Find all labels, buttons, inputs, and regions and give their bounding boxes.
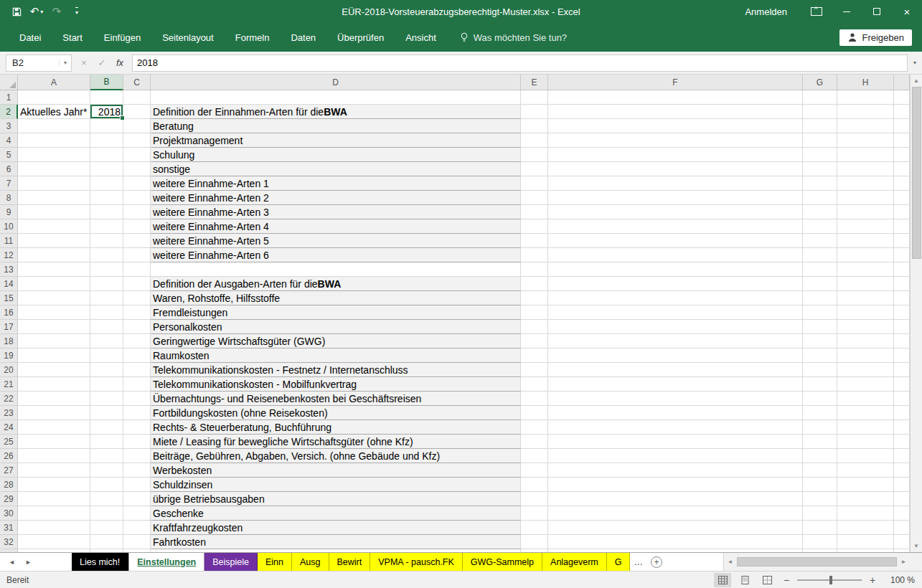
cell-f30[interactable] xyxy=(548,506,803,521)
cell-b12[interactable] xyxy=(90,248,123,262)
row-header-12[interactable]: 12 xyxy=(0,248,18,262)
cell-partial-11[interactable] xyxy=(894,234,910,248)
row-header-20[interactable]: 20 xyxy=(0,363,18,377)
cell-partial-29[interactable] xyxy=(894,492,910,506)
cell-b3[interactable] xyxy=(90,119,123,133)
cell-e30[interactable] xyxy=(521,506,548,521)
ribbon-tab-formeln[interactable]: Formeln xyxy=(225,23,281,52)
cell-c7[interactable] xyxy=(123,176,151,191)
cell-c20[interactable] xyxy=(123,363,151,377)
cell-a22[interactable] xyxy=(18,392,90,406)
cell-b5[interactable] xyxy=(90,148,123,162)
cell-a10[interactable] xyxy=(18,219,90,234)
cell-f13[interactable] xyxy=(548,262,803,277)
cell-partial-17[interactable] xyxy=(894,320,910,334)
cell-g19[interactable] xyxy=(803,348,837,363)
cell-f23[interactable] xyxy=(548,406,803,420)
cell-c23[interactable] xyxy=(123,406,151,420)
sheet-tab-beispiele[interactable]: Beispiele xyxy=(204,553,258,571)
cell-f15[interactable] xyxy=(548,291,803,305)
cell-e28[interactable] xyxy=(521,478,548,492)
cell-e11[interactable] xyxy=(521,234,548,248)
ribbon-tab-daten[interactable]: Daten xyxy=(280,23,326,52)
cell-g22[interactable] xyxy=(803,392,837,406)
cell-g17[interactable] xyxy=(803,320,837,334)
cell-a20[interactable] xyxy=(18,363,90,377)
row-header-1[interactable]: 1 xyxy=(0,90,18,105)
cell-b20[interactable] xyxy=(90,363,123,377)
cell-b8[interactable] xyxy=(90,191,123,205)
cell-h31[interactable] xyxy=(837,521,894,535)
row-header-18[interactable]: 18 xyxy=(0,334,18,348)
row-header-27[interactable]: 27 xyxy=(0,463,18,478)
sheet-tab-lies-mich[interactable]: Lies mich! xyxy=(72,553,128,571)
cell-e17[interactable] xyxy=(521,320,548,334)
cell-h24[interactable] xyxy=(837,420,894,435)
cell-a29[interactable] xyxy=(18,492,90,506)
cell-partial-18[interactable] xyxy=(894,334,910,348)
cell-h12[interactable] xyxy=(837,248,894,262)
save-button[interactable] xyxy=(7,2,26,21)
cell-b24[interactable] xyxy=(90,420,123,435)
cell-b19[interactable] xyxy=(90,348,123,363)
cell-f7[interactable] xyxy=(548,176,803,191)
cell-g7[interactable] xyxy=(803,176,837,191)
cell-partial-31[interactable] xyxy=(894,521,910,535)
cell-c22[interactable] xyxy=(123,392,151,406)
cell-d30[interactable]: Geschenke xyxy=(151,506,521,521)
cell-e23[interactable] xyxy=(521,406,548,420)
cell-c25[interactable] xyxy=(123,435,151,449)
cell-a12[interactable] xyxy=(18,248,90,262)
cell-a26[interactable] xyxy=(18,449,90,463)
cell-c19[interactable] xyxy=(123,348,151,363)
cell-c3[interactable] xyxy=(123,119,151,133)
cell-f4[interactable] xyxy=(548,133,803,148)
cell-partial-7[interactable] xyxy=(894,176,910,191)
cell-partial-20[interactable] xyxy=(894,363,910,377)
cell-e8[interactable] xyxy=(521,191,548,205)
cell-g4[interactable] xyxy=(803,133,837,148)
cell-d15[interactable]: Waren, Rohstoffe, Hilfsstoffe xyxy=(151,291,521,305)
cell-partial-19[interactable] xyxy=(894,348,910,363)
cell-partial-13[interactable] xyxy=(894,262,910,277)
sheet-tab-gwg-sammelp[interactable]: GWG-Sammelp xyxy=(463,553,542,571)
cell-d28[interactable]: Schuldzinsen xyxy=(151,478,521,492)
cell-partial-22[interactable] xyxy=(894,392,910,406)
sheet-tab-ausg[interactable]: Ausg xyxy=(292,553,329,571)
cell-e13[interactable] xyxy=(521,262,548,277)
cell-a19[interactable] xyxy=(18,348,90,363)
cell-b29[interactable] xyxy=(90,492,123,506)
name-box[interactable]: B2 ▾ xyxy=(6,54,72,72)
cell-g3[interactable] xyxy=(803,119,837,133)
vertical-scrollbar-thumb[interactable] xyxy=(912,87,921,259)
ribbon-tab-start[interactable]: Start xyxy=(52,23,93,52)
cell-h28[interactable] xyxy=(837,478,894,492)
cell-c31[interactable] xyxy=(123,521,151,535)
cell-f29[interactable] xyxy=(548,492,803,506)
cell-c12[interactable] xyxy=(123,248,151,262)
cell-e29[interactable] xyxy=(521,492,548,506)
cell-d4[interactable]: Projektmanagement xyxy=(151,133,521,148)
ribbon-tab-einf-gen[interactable]: Einfügen xyxy=(93,23,151,52)
cell-f10[interactable] xyxy=(548,219,803,234)
cell-a24[interactable] xyxy=(18,420,90,435)
cell-d3[interactable]: Beratung xyxy=(151,119,521,133)
cell-a4[interactable] xyxy=(18,133,90,148)
cell-b18[interactable] xyxy=(90,334,123,348)
cell-partial-16[interactable] xyxy=(894,305,910,320)
cell-e19[interactable] xyxy=(521,348,548,363)
cell-f1[interactable] xyxy=(548,90,803,105)
cell-f3[interactable] xyxy=(548,119,803,133)
cell-a1[interactable] xyxy=(18,90,90,105)
cell-h29[interactable] xyxy=(837,492,894,506)
cell-g2[interactable] xyxy=(803,105,837,119)
cell-g16[interactable] xyxy=(803,305,837,320)
cell-partial-9[interactable] xyxy=(894,205,910,219)
row-header-19[interactable]: 19 xyxy=(0,348,18,363)
scroll-down-icon[interactable]: ▼ xyxy=(911,540,922,552)
cell-d23[interactable]: Fortbildungskosten (ohne Reisekosten) xyxy=(151,406,521,420)
cell-f8[interactable] xyxy=(548,191,803,205)
row-header-23[interactable]: 23 xyxy=(0,406,18,420)
cell-partial-10[interactable] xyxy=(894,219,910,234)
cell-e15[interactable] xyxy=(521,291,548,305)
